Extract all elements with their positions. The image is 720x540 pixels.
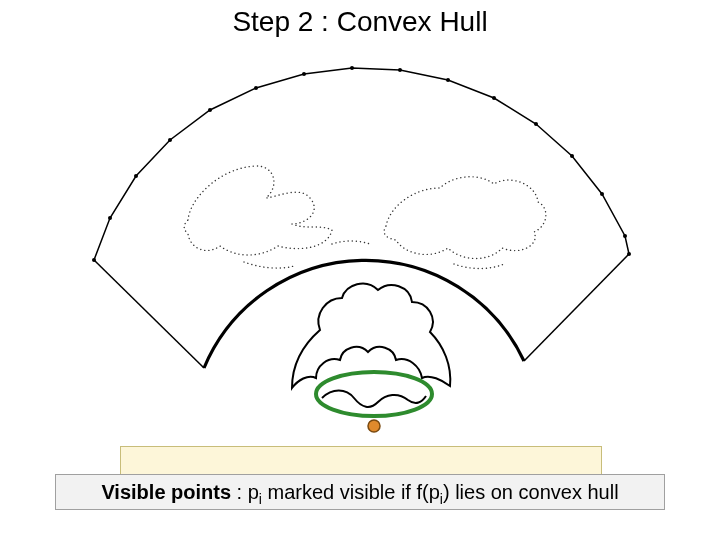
svg-point-12 bbox=[570, 154, 574, 158]
svg-point-14 bbox=[623, 234, 627, 238]
svg-line-17 bbox=[524, 254, 629, 361]
inner-semicircle bbox=[204, 260, 524, 368]
highlight-ellipse bbox=[316, 372, 432, 416]
caption-text: Visible points : pi marked visible if f(… bbox=[101, 481, 618, 504]
svg-point-10 bbox=[492, 96, 496, 100]
svg-point-4 bbox=[208, 108, 212, 112]
caption-box: Visible points : pi marked visible if f(… bbox=[55, 474, 665, 510]
slide-title: Step 2 : Convex Hull bbox=[0, 6, 720, 38]
svg-point-9 bbox=[446, 78, 450, 82]
svg-point-8 bbox=[398, 68, 402, 72]
convex-hull-arc bbox=[92, 66, 631, 262]
svg-point-7 bbox=[350, 66, 354, 70]
hull-radial-edges bbox=[94, 254, 629, 368]
svg-point-3 bbox=[168, 138, 172, 142]
svg-point-1 bbox=[108, 216, 112, 220]
caption-lead: Visible points bbox=[101, 481, 231, 503]
svg-point-13 bbox=[600, 192, 604, 196]
diagram-figure bbox=[70, 48, 650, 448]
svg-line-16 bbox=[94, 260, 204, 368]
svg-point-2 bbox=[134, 174, 138, 178]
observer-dot bbox=[368, 420, 380, 432]
svg-point-6 bbox=[302, 72, 306, 76]
flipped-contour-dots bbox=[184, 166, 546, 269]
svg-point-11 bbox=[534, 122, 538, 126]
svg-point-5 bbox=[254, 86, 258, 90]
